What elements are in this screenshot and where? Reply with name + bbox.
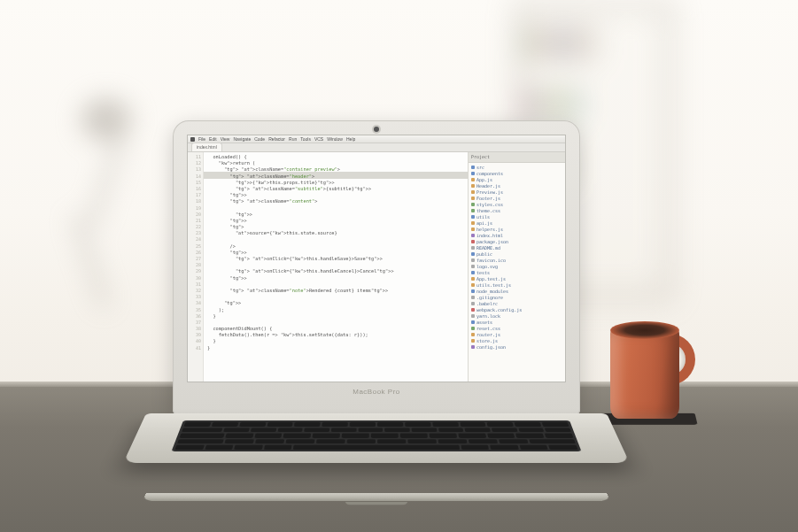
keyboard-key (267, 422, 293, 427)
menubar-item[interactable]: Edit (209, 136, 217, 143)
keyboard-key (461, 444, 489, 450)
desk-lamp (53, 97, 159, 328)
keyboard-key (492, 428, 518, 432)
project-tree-item[interactable]: public (471, 251, 562, 258)
project-tree-item[interactable]: utils (471, 214, 562, 220)
keyboard-key (358, 428, 383, 432)
project-tree-item[interactable]: api.js (471, 220, 562, 227)
project-tree-item[interactable]: .babelrc (471, 301, 562, 307)
project-sidebar: Project srccomponentsApp.jsHeader.jsPrev… (468, 152, 565, 382)
keyboard-key (179, 433, 224, 437)
keyboard-key (342, 433, 369, 437)
keyboard-key (322, 422, 348, 427)
keyboard-key (225, 433, 253, 437)
menubar-item[interactable]: Tools (300, 136, 311, 143)
keyboard-key (515, 422, 542, 427)
laptop-base (146, 413, 607, 498)
keyboard-key (350, 422, 376, 427)
menubar-item[interactable]: Run (289, 136, 297, 143)
macos-menubar: FileEditViewNavigateCodeRefactorRunTools… (188, 135, 565, 143)
keyboard-key (458, 433, 486, 437)
keyboard-key (429, 433, 456, 437)
keyboard-key (205, 444, 234, 450)
menubar-item[interactable]: Navigate (233, 136, 251, 143)
editor-tab[interactable]: index.html (191, 143, 222, 151)
keyboard-key (468, 439, 497, 444)
keyboard-key (177, 439, 224, 444)
keyboard-key (542, 422, 569, 427)
project-tree-item[interactable]: Preview.js (471, 189, 562, 196)
keyboard-key (377, 439, 406, 444)
keyboard-key (438, 428, 464, 432)
project-tree-item[interactable]: favicon.ico (471, 258, 562, 264)
keyboard-key (377, 422, 403, 427)
keyboard-key (255, 439, 284, 444)
project-tree-item[interactable]: App.test.js (471, 276, 562, 282)
sidebar-header: Project (469, 152, 565, 163)
project-tree-item[interactable]: src (471, 165, 562, 171)
menubar-item[interactable]: Help (346, 136, 355, 143)
keyboard-key (277, 428, 303, 432)
menubar-item[interactable]: VCS (314, 136, 323, 143)
project-tree-item[interactable]: Footer.js (471, 196, 562, 202)
keyboard-key (286, 439, 315, 444)
project-tree-item[interactable]: router.js (471, 332, 562, 338)
menubar-item[interactable]: View (221, 136, 230, 143)
project-tree-item[interactable]: index.html (471, 233, 562, 239)
project-tree-item[interactable]: README.md (471, 245, 562, 251)
project-tree-item[interactable]: styles.css (471, 202, 562, 208)
code-editor[interactable]: onLoaded() { "kw">return ( "tg"> "at">cl… (204, 152, 468, 382)
laptop-model-label: MacBook Pro (187, 388, 566, 396)
project-tree-item[interactable]: reset.css (471, 326, 562, 332)
project-tree-item[interactable]: theme.css (471, 208, 562, 214)
keyboard-key (254, 433, 283, 437)
project-tree-item[interactable]: config.json (471, 344, 562, 351)
keyboard-key (405, 422, 430, 427)
keyboard-key (499, 439, 529, 444)
keyboard-key (182, 428, 223, 432)
project-tree-item[interactable]: store.js (471, 338, 562, 344)
project-tree-item[interactable]: logo.svg (471, 264, 562, 270)
menubar-item[interactable]: File (198, 136, 205, 143)
keyboard-key (234, 444, 263, 450)
keyboard-key (371, 433, 399, 437)
project-tree-item[interactable]: App.js (471, 177, 562, 183)
project-tree-item[interactable]: webpack.config.js (471, 307, 562, 313)
keyboard-key (293, 444, 460, 450)
menubar-item[interactable]: Window (327, 136, 343, 143)
menubar-item[interactable]: Code (254, 136, 265, 143)
menubar-item[interactable]: Refactor (268, 136, 285, 143)
keyboard-key (438, 439, 467, 444)
keyboard-key (460, 422, 486, 427)
project-tree-item[interactable]: tests (471, 270, 562, 276)
keyboard-key (545, 428, 571, 432)
keyboard-key (331, 428, 357, 432)
project-tree-item[interactable]: components (471, 171, 562, 177)
keyboard-key (313, 433, 340, 437)
project-tree-item[interactable]: yarn.lock (471, 313, 562, 320)
project-tree-item[interactable]: .gitignore (471, 295, 562, 301)
keyboard-key (487, 422, 514, 427)
keyboard-key (251, 428, 276, 432)
keyboard-key (465, 428, 491, 432)
project-tree-item[interactable]: node_modules (471, 289, 562, 295)
keyboard-key (239, 422, 266, 427)
project-tree-item[interactable]: utils.test.js (471, 282, 562, 289)
keyboard-key (515, 433, 544, 437)
keyboard-key (264, 444, 292, 450)
project-tree-item[interactable]: helpers.js (471, 227, 562, 233)
editor-tab-bar: index.html (188, 143, 565, 152)
keyboard-key (174, 444, 204, 450)
coffee-mug (610, 320, 692, 419)
keyboard-key (432, 422, 459, 427)
keyboard-key (519, 444, 548, 450)
keyboard-key (316, 439, 345, 444)
project-tree-item[interactable]: assets (471, 320, 562, 326)
project-tree-item[interactable]: Header.js (471, 183, 562, 189)
laptop: FileEditViewNavigateCodeRefactorRunTools… (146, 120, 607, 498)
project-tree-item[interactable]: package.json (471, 239, 562, 245)
keyboard-key (225, 439, 255, 444)
keyboard-key (283, 433, 312, 437)
keyboard-key (400, 433, 428, 437)
keyboard-key (304, 428, 329, 432)
